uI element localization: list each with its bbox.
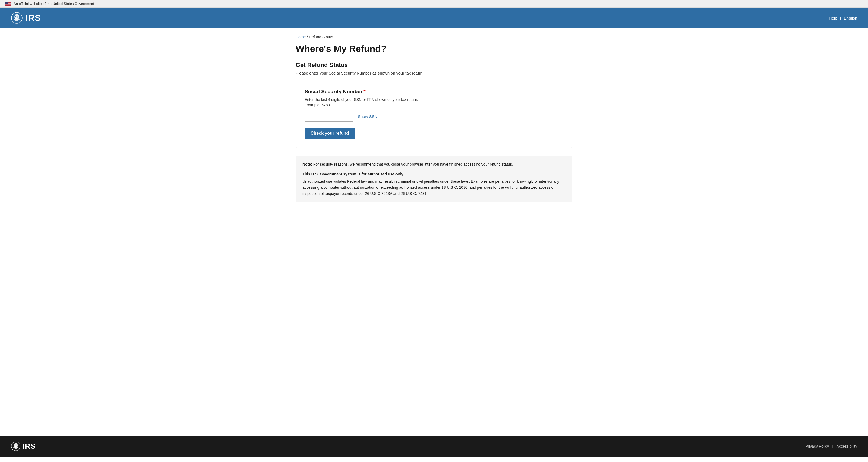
irs-eagle-icon (11, 12, 23, 24)
input-row: Show SSN (305, 111, 563, 122)
main-content: Home / Refund Status Where's My Refund? … (285, 28, 583, 436)
language-link[interactable]: English (844, 16, 857, 20)
field-example: Example: 6789 (305, 103, 563, 107)
footer-eagle-icon (11, 441, 21, 451)
footer-logo-text: IRS (23, 442, 35, 451)
ssn-input[interactable] (305, 111, 353, 122)
svg-rect-12 (5, 5, 11, 5)
check-refund-button[interactable]: Check your refund (305, 128, 355, 139)
us-flag-icon (5, 2, 11, 6)
gov-system-text: Unauthorized use violates Federal law an… (303, 179, 559, 196)
breadcrumb-current: Refund Status (309, 35, 333, 39)
svg-rect-13 (5, 2, 8, 4)
required-star: * (364, 89, 365, 94)
svg-point-16 (16, 16, 16, 17)
svg-rect-7 (5, 4, 11, 4)
section-title: Get Refund Status (296, 62, 572, 69)
footer-logo: IRS (11, 441, 35, 451)
note-box: Note: For security reasons, we recommend… (296, 156, 572, 202)
help-link[interactable]: Help (829, 16, 837, 20)
irs-logo[interactable]: IRS (11, 12, 41, 24)
gov-system-title: This U.S. Government system is for autho… (303, 171, 565, 177)
gov-banner: An official website of the United States… (0, 0, 868, 8)
ssn-label-text: Social Security Number (305, 89, 362, 94)
breadcrumb-home-link[interactable]: Home (296, 35, 306, 39)
gov-banner-text: An official website of the United States… (13, 2, 94, 6)
irs-footer: IRS Privacy Policy | Accessibility (0, 436, 868, 457)
note-line: Note: For security reasons, we recommend… (303, 161, 565, 167)
irs-header: IRS Help | English (0, 8, 868, 28)
show-ssn-link[interactable]: Show SSN (358, 114, 378, 119)
svg-rect-9 (5, 4, 11, 5)
field-hint: Enter the last 4 digits of your SSN or I… (305, 97, 563, 102)
breadcrumb-separator: / (306, 35, 309, 39)
note-text: For security reasons, we recommend that … (312, 162, 513, 166)
note-label: Note: (303, 162, 312, 166)
accessibility-link[interactable]: Accessibility (837, 444, 857, 449)
irs-logo-text: IRS (26, 13, 41, 23)
ssn-field-label: Social Security Number* (305, 89, 563, 95)
page-title: Where's My Refund? (296, 43, 572, 54)
section-subtitle: Please enter your Social Security Number… (296, 71, 572, 75)
svg-rect-11 (5, 5, 11, 5)
header-links: Help | English (829, 16, 857, 20)
breadcrumb: Home / Refund Status (296, 35, 572, 39)
footer-separator: | (832, 444, 833, 449)
privacy-policy-link[interactable]: Privacy Policy (805, 444, 829, 449)
header-separator: | (840, 16, 841, 20)
svg-rect-8 (5, 4, 11, 4)
svg-point-17 (18, 16, 19, 17)
footer-links: Privacy Policy | Accessibility (805, 444, 857, 449)
form-card: Social Security Number* Enter the last 4… (296, 81, 572, 148)
